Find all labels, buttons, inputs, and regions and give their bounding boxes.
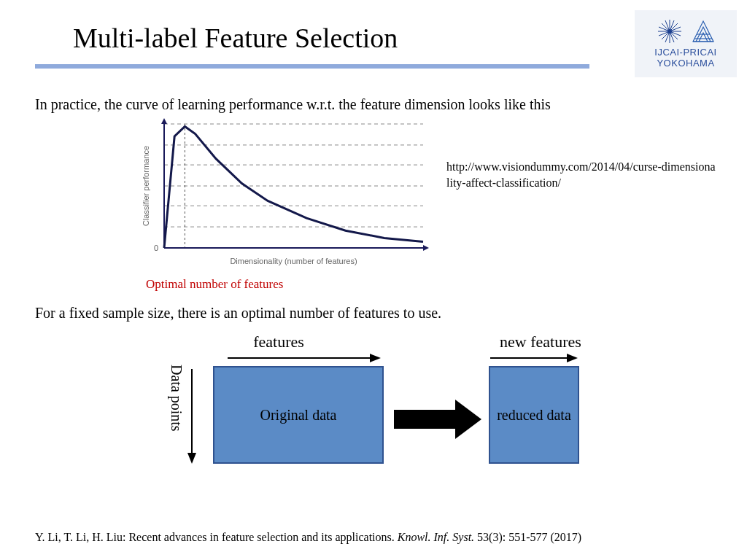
- svg-text:Classifier performance: Classifier performance: [142, 146, 150, 226]
- citation: Y. Li, T. Li, H. Liu: Recent advances in…: [35, 531, 713, 544]
- page-title: Multi-label Feature Selection: [73, 22, 398, 54]
- title-rule: [35, 64, 589, 69]
- svg-marker-31: [187, 453, 196, 464]
- triangle-icon: [690, 18, 716, 44]
- citation-rest: 53(3): 551-577 (2017): [474, 531, 581, 543]
- performance-chart: Dimensionality (number of features)Class…: [139, 117, 430, 270]
- logo-text: IJCAI-PRICAI YOKOHAMA: [654, 47, 716, 69]
- slide: Multi-label Feature Selection: [0, 0, 747, 560]
- original-data-box: Original data: [213, 366, 384, 464]
- conference-logo: IJCAI-PRICAI YOKOHAMA: [635, 10, 737, 77]
- optimal-caption: Optimal number of features: [146, 277, 283, 292]
- features-arrow-icon: [228, 351, 381, 365]
- reduced-data-text: reduced data: [497, 407, 571, 424]
- svg-marker-22: [161, 118, 167, 124]
- svg-text:0: 0: [154, 244, 158, 252]
- original-data-text: Original data: [260, 407, 337, 424]
- svg-marker-29: [567, 354, 578, 362]
- citation-journal: Knowl. Inf. Syst.: [398, 531, 474, 543]
- logo-line2: YOKOHAMA: [657, 58, 714, 69]
- data-points-arrow-icon: [185, 369, 198, 464]
- svg-text:Dimensionality (number of feat: Dimensionality (number of features): [230, 257, 357, 265]
- citation-authors: Y. Li, T. Li, H. Liu: Recent advances in…: [35, 531, 398, 543]
- logo-graphics: [655, 18, 716, 44]
- new-features-arrow-icon: [490, 351, 578, 365]
- logo-line1: IJCAI-PRICAI: [654, 47, 716, 58]
- body-line-2: For a fixed sample size, there is an opt…: [35, 305, 706, 322]
- body-line-1: In practice, the curve of learning perfo…: [35, 96, 706, 113]
- source-url: http://www.visiondummy.com/2014/04/curse…: [446, 159, 716, 190]
- sunburst-icon: [655, 18, 684, 44]
- reduced-data-box: reduced data: [489, 366, 579, 464]
- svg-marker-27: [370, 354, 381, 362]
- svg-marker-20: [423, 245, 429, 251]
- features-label: features: [228, 332, 330, 351]
- data-points-label: Data points: [168, 365, 185, 432]
- svg-marker-33: [455, 400, 481, 439]
- svg-rect-32: [394, 410, 455, 429]
- transform-arrow-icon: [394, 400, 481, 439]
- new-features-label: new features: [479, 332, 603, 351]
